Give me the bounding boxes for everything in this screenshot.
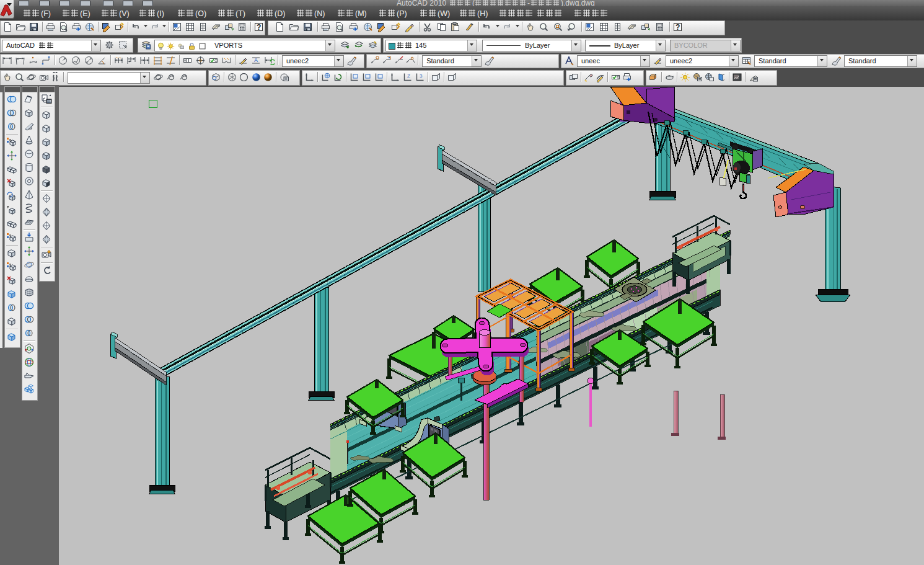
svg-text:(D): (D) xyxy=(275,9,285,18)
svg-text:).dwg.dwg: ).dwg.dwg xyxy=(561,0,595,6)
svg-text:A: A xyxy=(254,57,258,63)
svg-text:?: ? xyxy=(257,23,261,32)
svg-text:(P): (P) xyxy=(397,9,407,18)
svg-text:(V): (V) xyxy=(119,9,130,18)
svg-text:(W): (W) xyxy=(438,9,450,18)
svg-text:(F): (F) xyxy=(41,9,51,18)
svg-text:(H): (H) xyxy=(477,9,488,18)
svg-text:(O): (O) xyxy=(195,9,206,18)
svg-text:AutoCAD 2010: AutoCAD 2010 xyxy=(397,0,446,6)
svg-text:?: ? xyxy=(675,23,680,32)
svg-text:(E): (E) xyxy=(80,9,90,18)
svg-text:(N): (N) xyxy=(314,9,325,18)
svg-text:Z: Z xyxy=(407,73,410,79)
svg-text:(: ( xyxy=(472,0,475,6)
svg-text:(T): (T) xyxy=(235,9,245,18)
svg-text:3: 3 xyxy=(420,73,423,79)
svg-text:-: - xyxy=(527,0,530,6)
svg-text:(M): (M) xyxy=(355,9,367,18)
svg-text:(I): (I) xyxy=(157,9,164,18)
